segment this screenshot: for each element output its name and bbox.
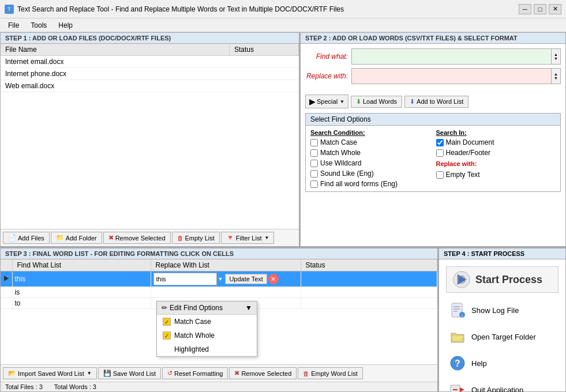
row-indicator-1 xyxy=(1,272,12,287)
window-controls: ─ □ ✕ xyxy=(519,4,561,14)
replace-with-col: Replace With List xyxy=(151,259,301,272)
option-find-all-forms: Find all word forms (Eng) xyxy=(308,179,433,189)
menu-help[interactable]: Help xyxy=(53,20,78,31)
help-label: Help xyxy=(471,359,487,368)
find-cell-1[interactable]: this xyxy=(12,272,151,287)
save-word-list-button[interactable]: 💾 Save Word List xyxy=(98,367,161,379)
table-row[interactable]: this ▼ Update Text ✕ xyxy=(1,272,437,287)
remove-selected-button[interactable]: ✖ Remove Selected xyxy=(103,232,171,244)
add-files-button[interactable]: 📄 Add Files xyxy=(3,232,50,244)
add-to-word-list-button[interactable]: ⬇ Add to Word List xyxy=(404,96,468,108)
special-button[interactable]: ▶ Special ▼ xyxy=(305,95,348,108)
file-status-cell xyxy=(230,68,299,80)
match-whole-item[interactable]: ✓ Match Whole xyxy=(157,329,257,342)
title-text: Text Search and Replace Tool - Find and … xyxy=(17,5,344,13)
status-cell-2 xyxy=(301,287,437,298)
load-words-button[interactable]: ⬇ Load Words xyxy=(351,96,402,108)
row-indicator-3 xyxy=(1,298,12,309)
empty-text-checkbox[interactable] xyxy=(436,171,444,179)
match-whole-label: Match Whole xyxy=(320,149,361,157)
file-row[interactable]: Web email.docx xyxy=(1,80,299,92)
close-cell-button[interactable]: ✕ xyxy=(268,274,279,284)
file-col-name: File Name xyxy=(1,44,230,56)
step4-header: STEP 4 : START PROCESS xyxy=(439,248,565,259)
match-whole-checkbox[interactable] xyxy=(310,149,318,157)
header-footer-checkbox[interactable] xyxy=(436,149,444,157)
menu-tools[interactable]: Tools xyxy=(25,20,53,31)
step3-table-container: Find What List Replace With List Status … xyxy=(1,259,437,364)
menu-file[interactable]: File xyxy=(2,20,25,31)
step2-content: Find what: ▲ ▼ Replace with: ▲ ▼ xyxy=(301,44,565,92)
find-cell-3[interactable]: to xyxy=(12,298,151,309)
help-button[interactable]: ? Help xyxy=(444,352,561,375)
file-row[interactable]: Internet email.docx xyxy=(1,56,299,68)
empty-word-list-button[interactable]: 🗑 Empty Word List xyxy=(298,367,363,379)
header-footer-label: Header/Footer xyxy=(446,149,490,157)
filter-list-button[interactable]: 🔻 Filter List ▼ xyxy=(221,232,275,244)
file-col-status: Status xyxy=(230,44,299,56)
status-cell-1 xyxy=(301,272,437,287)
add-files-icon: 📄 xyxy=(8,234,16,242)
match-whole-option: Match Whole xyxy=(174,331,215,340)
file-name-cell: Internet phone.docx xyxy=(1,68,230,80)
add-folder-button[interactable]: 📁 Add Folder xyxy=(51,232,102,244)
svg-rect-10 xyxy=(451,385,460,392)
empty-list-button[interactable]: 🗑 Empty List xyxy=(172,232,220,244)
match-case-item[interactable]: ✓ Match Case xyxy=(157,315,257,329)
match-case-option: Match Case xyxy=(174,318,211,326)
status-cell-3 xyxy=(301,298,437,309)
step3-toolbar: 📂 Import Saved Word List ▼ 💾 Save Word L… xyxy=(1,364,437,382)
replace-text-input[interactable] xyxy=(153,273,217,285)
find-what-col: Find What List xyxy=(12,259,151,272)
remove-selected-word-button[interactable]: ✖ Remove Selected xyxy=(229,367,297,379)
step3-panel: STEP 3 : FINAL WORD LIST - FOR EDITING F… xyxy=(0,248,438,392)
use-wildcard-checkbox[interactable] xyxy=(310,160,318,167)
import-saved-word-list-button[interactable]: 📂 Import Saved Word List ▼ xyxy=(3,367,97,379)
app-icon: T xyxy=(5,5,14,14)
open-folder-icon xyxy=(448,327,467,346)
match-whole-checked-icon: ✓ xyxy=(163,331,171,340)
reset-icon: ↺ xyxy=(167,370,173,377)
find-all-forms-checkbox[interactable] xyxy=(310,180,318,188)
highlighted-item[interactable]: Highlighted xyxy=(157,342,257,356)
table-row[interactable]: is xyxy=(1,287,437,298)
remove-word-icon: ✖ xyxy=(234,370,239,377)
start-process-button[interactable]: Start Process xyxy=(446,266,558,293)
main-document-checkbox[interactable] xyxy=(436,139,444,146)
maximize-button[interactable]: □ xyxy=(534,4,546,14)
row-arrow-icon xyxy=(4,276,9,281)
find-cell-2[interactable]: is xyxy=(12,287,151,298)
match-case-checkbox[interactable] xyxy=(310,139,318,146)
file-name-cell: Web email.docx xyxy=(1,80,230,92)
edit-find-icon: ✏ xyxy=(162,304,167,312)
quit-application-label: Quit Application xyxy=(471,386,523,393)
update-text-button[interactable]: Update Text xyxy=(225,274,267,284)
minimize-button[interactable]: ─ xyxy=(519,4,531,14)
replace-cell-2[interactable] xyxy=(151,287,301,298)
save-icon: 💾 xyxy=(103,370,111,377)
option-main-document: Main Document xyxy=(434,137,558,148)
step2-toolbar: ▶ Special ▼ ⬇ Load Words ⬇ Add to Word L… xyxy=(301,92,565,111)
reset-formatting-button[interactable]: ↺ Reset Formatting xyxy=(162,367,228,379)
find-what-input[interactable] xyxy=(351,48,552,65)
search-in-header: Search In: xyxy=(434,128,558,137)
row-num-col xyxy=(1,259,12,272)
use-wildcard-label: Use Wildcard xyxy=(320,159,361,167)
open-target-folder-button[interactable]: Open Target Folder xyxy=(444,325,561,348)
show-log-label: Show Log File xyxy=(471,306,519,315)
option-match-whole: Match Whole xyxy=(308,148,433,158)
close-button[interactable]: ✕ xyxy=(549,4,561,14)
replace-cell-1[interactable]: ▼ Update Text ✕ xyxy=(151,272,301,287)
quit-application-button[interactable]: Quit Application xyxy=(444,378,561,392)
replace-scroll: ▲ ▼ xyxy=(552,68,561,84)
edit-find-options-label: Edit Find Options xyxy=(170,304,223,312)
file-row[interactable]: Internet phone.docx xyxy=(1,68,299,80)
show-log-file-button[interactable]: i Show Log File xyxy=(444,299,561,322)
sound-like-checkbox[interactable] xyxy=(310,170,318,178)
special-dropdown-arrow: ▼ xyxy=(340,99,344,104)
edit-find-options-header[interactable]: ✏ Edit Find Options ▼ xyxy=(157,301,257,315)
total-words: Total Words : 3 xyxy=(54,383,96,390)
step1-toolbar: 📄 Add Files 📁 Add Folder ✖ Remove Select… xyxy=(1,229,299,246)
update-text-container: ▼ Update Text ✕ xyxy=(153,273,298,285)
replace-with-input[interactable] xyxy=(351,68,552,84)
